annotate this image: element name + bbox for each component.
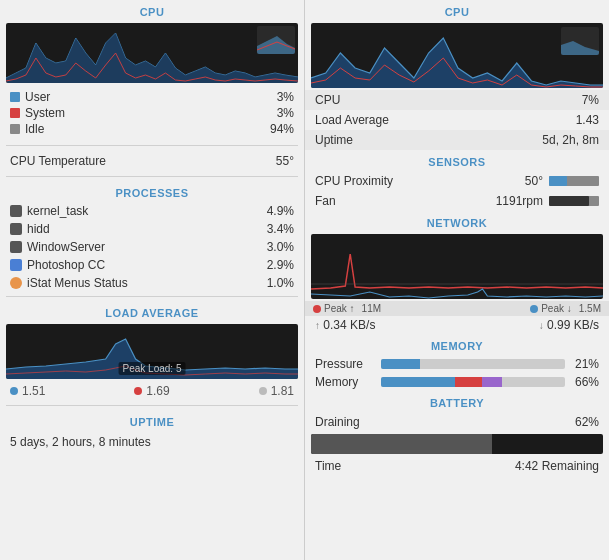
- cpu-temp-value: 55°: [276, 154, 294, 168]
- svg-marker-1: [257, 36, 295, 54]
- battery-bar-fill: [311, 434, 492, 454]
- cpu-proximity-label: CPU Proximity: [315, 174, 393, 188]
- svg-marker-3: [311, 38, 603, 88]
- net-peak-up-label: Peak ↑: [324, 303, 355, 314]
- idle-value: 94%: [270, 122, 294, 136]
- time-row: Time 4:42 Remaining: [305, 456, 609, 476]
- process-list: kernel_task 4.9% hidd 3.4% WindowServer …: [0, 202, 304, 292]
- load-val-1: 1.51: [10, 384, 45, 398]
- load-graph: Peak Load: 5: [6, 324, 298, 379]
- upload-speed: ↑ 0.34 KB/s: [315, 318, 375, 332]
- process-row-kernel: kernel_task 4.9%: [0, 202, 304, 220]
- download-arrow: ↓: [539, 320, 544, 331]
- system-label: System: [25, 106, 65, 120]
- idle-legend-row: Idle 94%: [10, 121, 294, 137]
- uptime-row-right: Uptime 5d, 2h, 8m: [305, 130, 609, 150]
- load-value-1: 1.51: [22, 384, 45, 398]
- battery-title: BATTERY: [305, 391, 609, 412]
- right-cpu-graph: [311, 23, 603, 88]
- download-value: 0.99 KB/s: [547, 318, 599, 332]
- net-peak-down-dot: [530, 305, 538, 313]
- upload-value: 0.34 KB/s: [323, 318, 375, 332]
- process-name-kernel: kernel_task: [27, 204, 88, 218]
- divider-1: [6, 145, 298, 146]
- process-icon-photoshop: [10, 259, 22, 271]
- pressure-bar-fill: [381, 359, 420, 369]
- memory-bar-label: Memory: [315, 375, 375, 389]
- mem-fill-blue: [381, 377, 455, 387]
- idle-color-box: [10, 124, 20, 134]
- net-peak-up: Peak ↑ 11M: [313, 303, 381, 314]
- net-peak-up-dot: [313, 305, 321, 313]
- cpu-temp-row: CPU Temperature 55°: [0, 150, 304, 172]
- net-peak-up-value: 11M: [362, 303, 381, 314]
- process-row-windowserver: WindowServer 3.0%: [0, 238, 304, 256]
- svg-marker-4: [561, 41, 599, 55]
- fan-row: Fan 1191rpm: [305, 191, 609, 211]
- processes-title: PROCESSES: [0, 181, 304, 202]
- load-avg-label: Load Average: [315, 113, 389, 127]
- cpu-temp-label: CPU Temperature: [10, 154, 106, 168]
- sensors-title: SENSORS: [305, 150, 609, 171]
- right-panel: CPU CPU 7% Load Average 1.43 Uptime 5d, …: [305, 0, 609, 560]
- load-dot-1: [10, 387, 18, 395]
- system-value: 3%: [277, 106, 294, 120]
- divider-3: [6, 296, 298, 297]
- draining-label: Draining: [315, 415, 360, 429]
- uptime-label-right: Uptime: [315, 133, 353, 147]
- process-value-kernel: 4.9%: [267, 204, 294, 218]
- process-value-istat: 1.0%: [267, 276, 294, 290]
- cpu-graph: [6, 23, 298, 83]
- cpu-proximity-right: 50°: [498, 174, 599, 188]
- upload-arrow: ↑: [315, 320, 320, 331]
- process-value-hidd: 3.4%: [267, 222, 294, 236]
- draining-value: 62%: [575, 415, 599, 429]
- process-row-istat: iStat Menus Status 1.0%: [0, 274, 304, 292]
- time-label: Time: [315, 459, 341, 473]
- pressure-label: Pressure: [315, 357, 375, 371]
- svg-marker-0: [6, 33, 298, 83]
- system-legend-row: System 3%: [10, 105, 294, 121]
- right-cpu-title: CPU: [305, 0, 609, 21]
- process-icon-istat: [10, 277, 22, 289]
- left-panel: CPU User 3%: [0, 0, 305, 560]
- load-dot-3: [259, 387, 267, 395]
- download-speed: ↓ 0.99 KB/s: [539, 318, 599, 332]
- process-row-hidd: hidd 3.4%: [0, 220, 304, 238]
- pressure-value: 21%: [571, 357, 599, 371]
- load-avg-value: 1.43: [576, 113, 599, 127]
- load-avg-row: Load Average 1.43: [305, 110, 609, 130]
- uptime-title: UPTIME: [0, 410, 304, 431]
- fan-bar-bg: [549, 196, 599, 206]
- cpu-proximity-bar-fill: [549, 176, 567, 186]
- process-row-photoshop: Photoshop CC 2.9%: [0, 256, 304, 274]
- user-legend-row: User 3%: [10, 89, 294, 105]
- process-icon-windowserver: [10, 241, 22, 253]
- user-color-box: [10, 92, 20, 102]
- load-value-3: 1.81: [271, 384, 294, 398]
- cpu-proximity-bar-bg: [549, 176, 599, 186]
- time-value: 4:42 Remaining: [515, 459, 599, 473]
- pressure-row: Pressure 21%: [305, 355, 609, 373]
- idle-label: Idle: [25, 122, 44, 136]
- uptime-value-right: 5d, 2h, 8m: [542, 133, 599, 147]
- cpu-section-title: CPU: [0, 0, 304, 21]
- draining-row: Draining 62%: [305, 412, 609, 432]
- cpu-proximity-value: 50°: [498, 174, 543, 188]
- divider-2: [6, 176, 298, 177]
- load-average-title: LOAD AVERAGE: [0, 301, 304, 322]
- memory-title: MEMORY: [305, 334, 609, 355]
- load-val-2: 1.69: [134, 384, 169, 398]
- battery-bar: [311, 434, 603, 454]
- fan-right: 1191rpm: [496, 194, 599, 208]
- user-label: User: [25, 90, 50, 104]
- load-val-3: 1.81: [259, 384, 294, 398]
- network-speeds: ↑ 0.34 KB/s ↓ 0.99 KB/s: [305, 316, 609, 334]
- process-value-windowserver: 3.0%: [267, 240, 294, 254]
- load-value-2: 1.69: [146, 384, 169, 398]
- pressure-bar-bg: [381, 359, 565, 369]
- process-name-photoshop: Photoshop CC: [27, 258, 105, 272]
- cpu-label-right: CPU: [315, 93, 340, 107]
- load-dot-2: [134, 387, 142, 395]
- cpu-proximity-row: CPU Proximity 50°: [305, 171, 609, 191]
